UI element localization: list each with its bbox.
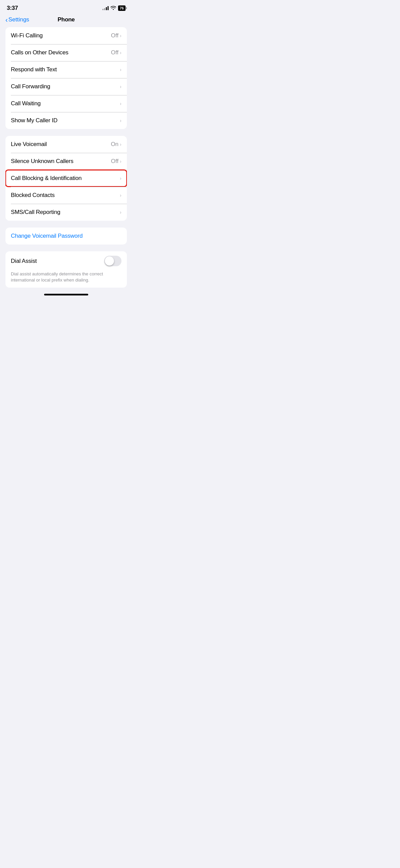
live-voicemail-value: On: [111, 141, 119, 148]
call-waiting-label: Call Waiting: [11, 100, 41, 107]
wifi-calling-right: Off ›: [111, 32, 121, 39]
call-waiting-right: ›: [120, 101, 121, 106]
silence-unknown-label: Silence Unknown Callers: [11, 158, 73, 165]
back-label: Settings: [8, 16, 29, 23]
blocked-contacts-chevron-icon: ›: [120, 193, 121, 198]
change-voicemail-row[interactable]: Change Voicemail Password: [5, 228, 127, 245]
home-indicator: [0, 291, 132, 299]
call-forwarding-chevron-icon: ›: [120, 84, 121, 89]
live-voicemail-label: Live Voicemail: [11, 141, 47, 148]
blocked-contacts-row[interactable]: Blocked Contacts ›: [5, 187, 127, 204]
dial-assist-label: Dial Assist: [11, 258, 37, 265]
call-blocking-row[interactable]: Call Blocking & Identification ›: [5, 170, 127, 187]
settings-group-2: Live Voicemail On › Silence Unknown Call…: [5, 136, 127, 221]
call-waiting-row[interactable]: Call Waiting ›: [5, 95, 127, 112]
live-voicemail-right: On ›: [111, 141, 121, 148]
call-forwarding-row[interactable]: Call Forwarding ›: [5, 78, 127, 95]
dial-assist-description: Dial assist automatically determines the…: [11, 270, 121, 283]
dial-assist-row: Dial Assist: [11, 256, 121, 266]
wifi-calling-chevron-icon: ›: [120, 33, 121, 38]
show-caller-id-chevron-icon: ›: [120, 118, 121, 123]
call-blocking-chevron-icon: ›: [120, 176, 121, 181]
back-chevron-icon: ‹: [5, 16, 8, 23]
calls-other-devices-label: Calls on Other Devices: [11, 49, 68, 56]
calls-other-devices-right: Off ›: [111, 49, 121, 56]
call-forwarding-right: ›: [120, 84, 121, 89]
status-bar: 3:37 76: [0, 0, 132, 14]
call-blocking-right: ›: [120, 176, 121, 181]
live-voicemail-chevron-icon: ›: [120, 142, 121, 147]
sms-call-reporting-label: SMS/Call Reporting: [11, 209, 60, 216]
respond-with-text-right: ›: [120, 67, 121, 72]
respond-with-text-row[interactable]: Respond with Text ›: [5, 61, 127, 78]
sms-call-reporting-right: ›: [120, 210, 121, 215]
home-bar: [44, 294, 88, 295]
calls-other-devices-chevron-icon: ›: [120, 50, 121, 55]
call-waiting-chevron-icon: ›: [120, 101, 121, 106]
settings-group-3: Change Voicemail Password: [5, 228, 127, 245]
silence-unknown-row[interactable]: Silence Unknown Callers Off ›: [5, 153, 127, 170]
blocked-contacts-label: Blocked Contacts: [11, 192, 55, 199]
wifi-calling-label: Wi-Fi Calling: [11, 32, 43, 39]
change-voicemail-label: Change Voicemail Password: [11, 233, 82, 239]
wifi-calling-row[interactable]: Wi-Fi Calling Off ›: [5, 27, 127, 44]
respond-with-text-chevron-icon: ›: [120, 67, 121, 72]
status-time: 3:37: [7, 5, 18, 12]
toggle-knob: [105, 256, 114, 266]
blocked-contacts-right: ›: [120, 193, 121, 198]
dial-assist-toggle[interactable]: [104, 256, 121, 266]
call-forwarding-label: Call Forwarding: [11, 83, 50, 90]
live-voicemail-row[interactable]: Live Voicemail On ›: [5, 136, 127, 153]
respond-with-text-label: Respond with Text: [11, 66, 57, 73]
settings-group-1: Wi-Fi Calling Off › Calls on Other Devic…: [5, 27, 127, 129]
dial-assist-section: Dial Assist Dial assist automatically de…: [5, 251, 127, 288]
calls-other-devices-row[interactable]: Calls on Other Devices Off ›: [5, 44, 127, 61]
sms-call-reporting-chevron-icon: ›: [120, 210, 121, 215]
page-title: Phone: [58, 16, 75, 23]
calls-other-devices-value: Off: [111, 49, 118, 56]
nav-bar: ‹ Settings Phone: [0, 14, 132, 27]
status-icons: 76: [102, 5, 126, 11]
call-blocking-label: Call Blocking & Identification: [11, 175, 82, 182]
wifi-calling-value: Off: [111, 32, 118, 39]
show-caller-id-label: Show My Caller ID: [11, 117, 57, 124]
silence-unknown-right: Off ›: [111, 158, 121, 165]
show-caller-id-right: ›: [120, 118, 121, 123]
show-caller-id-row[interactable]: Show My Caller ID ›: [5, 112, 127, 129]
silence-unknown-value: Off: [111, 158, 118, 165]
back-button[interactable]: ‹ Settings: [5, 16, 29, 23]
battery-icon: 76: [118, 5, 126, 11]
sms-call-reporting-row[interactable]: SMS/Call Reporting ›: [5, 204, 127, 221]
signal-icon: [102, 6, 109, 10]
silence-unknown-chevron-icon: ›: [120, 159, 121, 164]
wifi-icon: [111, 6, 116, 11]
